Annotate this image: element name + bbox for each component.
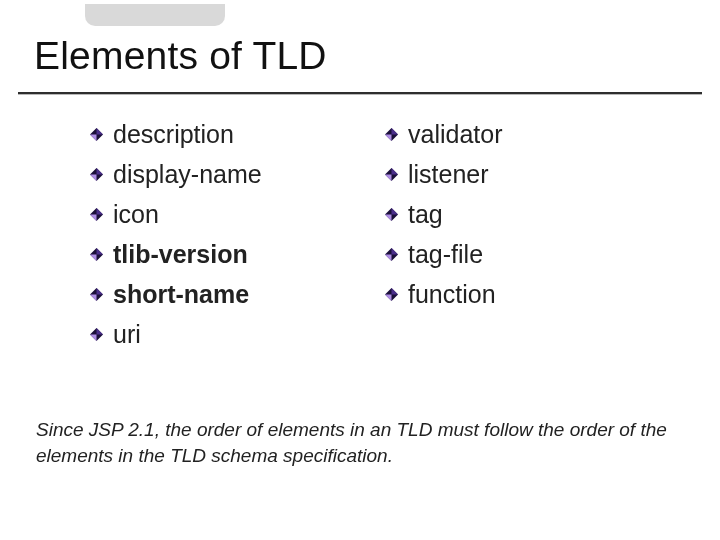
svg-marker-17	[90, 335, 97, 342]
footnote-text: Since JSP 2.1, the order of elements in …	[36, 417, 684, 468]
svg-marker-28	[392, 248, 399, 255]
title-divider	[18, 92, 702, 95]
svg-marker-11	[90, 255, 97, 262]
svg-marker-20	[385, 135, 392, 142]
list-item-label: icon	[113, 200, 159, 229]
top-decoration	[20, 0, 700, 28]
list-item-label: uri	[113, 320, 141, 349]
list-item-label: display-name	[113, 160, 262, 189]
diamond-bullet-icon	[90, 208, 103, 221]
diamond-bullet-icon	[90, 328, 103, 341]
svg-marker-7	[97, 208, 104, 215]
diamond-bullet-icon	[90, 128, 103, 141]
diamond-bullet-icon	[385, 288, 398, 301]
diamond-bullet-icon	[90, 288, 103, 301]
svg-marker-16	[97, 328, 104, 335]
list-item: function	[385, 280, 680, 309]
svg-marker-2	[90, 135, 97, 142]
list-item-label: tag	[408, 200, 443, 229]
list-item-label: listener	[408, 160, 489, 189]
list-item: validator	[385, 120, 680, 149]
diamond-bullet-icon	[90, 168, 103, 181]
diamond-bullet-icon	[385, 168, 398, 181]
svg-marker-8	[90, 215, 97, 222]
list-item: display-name	[90, 160, 385, 189]
diamond-bullet-icon	[385, 208, 398, 221]
svg-marker-26	[385, 215, 392, 222]
list-item: icon	[90, 200, 385, 229]
slide: Elements of TLD description display-name…	[0, 0, 720, 540]
svg-marker-1	[97, 128, 104, 135]
list-item-label: tlib-version	[113, 240, 248, 269]
svg-marker-29	[385, 255, 392, 262]
list-item-label: description	[113, 120, 234, 149]
diamond-bullet-icon	[90, 248, 103, 261]
svg-marker-23	[385, 175, 392, 182]
tab-shadow	[85, 4, 225, 26]
list-item: listener	[385, 160, 680, 189]
svg-marker-32	[385, 295, 392, 302]
svg-marker-25	[392, 208, 399, 215]
left-column: description display-name icon tlib-versi…	[90, 120, 385, 360]
svg-marker-14	[90, 295, 97, 302]
list-item: uri	[90, 320, 385, 349]
diamond-bullet-icon	[385, 248, 398, 261]
list-item-label: short-name	[113, 280, 249, 309]
list-item: description	[90, 120, 385, 149]
list-item: tlib-version	[90, 240, 385, 269]
list-item: short-name	[90, 280, 385, 309]
content-columns: description display-name icon tlib-versi…	[90, 120, 680, 360]
svg-marker-31	[392, 288, 399, 295]
diamond-bullet-icon	[385, 128, 398, 141]
svg-marker-4	[97, 168, 104, 175]
svg-marker-10	[97, 248, 104, 255]
slide-title: Elements of TLD	[34, 34, 327, 78]
svg-marker-22	[392, 168, 399, 175]
list-item-label: function	[408, 280, 496, 309]
right-column: validator listener tag tag-file function	[385, 120, 680, 360]
list-item: tag	[385, 200, 680, 229]
list-item-label: tag-file	[408, 240, 483, 269]
list-item-label: validator	[408, 120, 503, 149]
svg-marker-13	[97, 288, 104, 295]
list-item: tag-file	[385, 240, 680, 269]
svg-marker-19	[392, 128, 399, 135]
svg-marker-5	[90, 175, 97, 182]
